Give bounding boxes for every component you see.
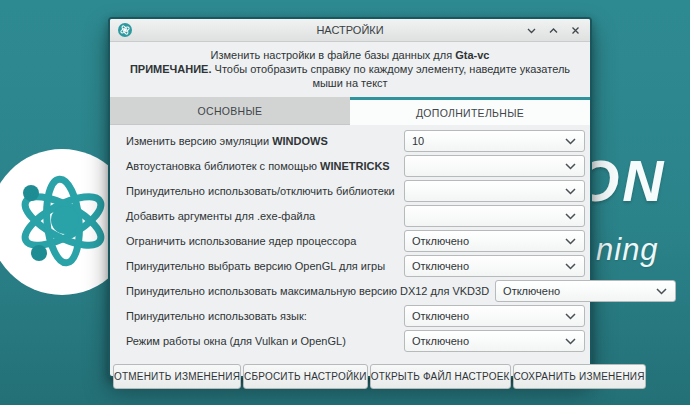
setting-dropdown[interactable]: 10 [404, 130, 585, 152]
setting-dropdown[interactable]: Отключено [404, 305, 585, 327]
setting-label: Ограничить использование ядер процессора [126, 235, 362, 247]
setting-label: Принудительно использовать/отключить биб… [126, 185, 401, 197]
maximize-button[interactable] [547, 24, 560, 37]
setting-dropdown[interactable] [404, 155, 585, 177]
tab-additional[interactable]: ДОПОЛНИТЕЛЬНЫЕ [350, 97, 590, 125]
setting-dropdown[interactable]: Отключено [404, 230, 585, 252]
setting-label: Автоустановка библиотек с помощью WINETR… [126, 160, 396, 172]
setting-dropdown[interactable] [404, 205, 585, 227]
chevron-down-icon [564, 237, 577, 246]
settings-row: Режим работы окна (для Vulkan и OpenGL) … [126, 330, 585, 352]
chevron-down-icon [564, 337, 577, 346]
close-button[interactable] [569, 24, 582, 37]
minimize-button[interactable] [525, 24, 538, 37]
discard-changes-button[interactable]: ОТМЕНИТЬ ИЗМЕНЕНИЯ [113, 364, 241, 389]
settings-row: Автоустановка библиотек с помощью WINETR… [126, 155, 585, 177]
chevron-down-icon [564, 212, 577, 221]
dropdown-value: Отключено [412, 335, 469, 347]
dropdown-value: Отключено [412, 235, 469, 247]
dropdown-value: Отключено [412, 310, 469, 322]
setting-label: Добавить аргументы для .exe-файла [126, 210, 321, 222]
chevron-down-icon [564, 162, 577, 171]
description-line: Изменить настройки в файле базы данных д… [120, 48, 580, 62]
tab-bar: ОСНОВНЫЕ ДОПОЛНИТЕЛЬНЫЕ [110, 97, 590, 125]
setting-dropdown[interactable] [404, 180, 585, 202]
chevron-down-icon [564, 137, 577, 146]
titlebar[interactable]: НАСТРОЙКИ [110, 19, 590, 42]
settings-form: Изменить версию эмуляции WINDOWS 10 Авто… [110, 125, 590, 355]
reset-settings-button[interactable]: СБРОСИТЬ НАСТРОЙКИ [243, 364, 368, 389]
setting-label: Принудительно использовать максимальную … [126, 285, 495, 297]
chevron-down-icon [564, 312, 577, 321]
window-title: НАСТРОЙКИ [110, 24, 590, 36]
chevron-down-icon [564, 262, 577, 271]
dropdown-value: Отключено [503, 285, 560, 297]
footer-buttons: ОТМЕНИТЬ ИЗМЕНЕНИЯ СБРОСИТЬ НАСТРОЙКИ ОТ… [110, 355, 590, 389]
settings-row: Добавить аргументы для .exe-файла [126, 205, 585, 227]
setting-dropdown[interactable]: Отключено [404, 255, 585, 277]
settings-row: Принудительно использовать/отключить биб… [126, 180, 585, 202]
dropdown-value: 10 [412, 135, 424, 147]
settings-row: Принудительно выбрать версию OpenGL для … [126, 255, 585, 277]
app-atom-icon [118, 23, 132, 37]
tab-basic[interactable]: ОСНОВНЫЕ [110, 97, 350, 125]
setting-label: Принудительно выбрать версию OpenGL для … [126, 260, 391, 272]
settings-row: Принудительно использовать максимальную … [126, 280, 585, 302]
setting-label: Изменить версию эмуляции WINDOWS [126, 135, 334, 147]
settings-window: НАСТРОЙКИ Изменить настройки в файле баз… [108, 17, 592, 378]
save-changes-button[interactable]: СОХРАНИТЬ ИЗМЕНЕНИЯ [513, 364, 646, 389]
note-line: ПРИМЕЧАНИЕ. Чтобы отобразить справку по … [120, 62, 580, 90]
chevron-down-icon [564, 187, 577, 196]
setting-label: Режим работы окна (для Vulkan и OpenGL) [126, 335, 352, 347]
setting-label: Принудительно использовать язык: [126, 310, 313, 322]
settings-row: Ограничить использование ядер процессора… [126, 230, 585, 252]
setting-dropdown[interactable]: Отключено [495, 280, 676, 302]
settings-row: Изменить версию эмуляции WINDOWS 10 [126, 130, 585, 152]
background-wordmark-bottom: ning [596, 232, 659, 268]
dialog-description: Изменить настройки в файле базы данных д… [110, 42, 590, 97]
chevron-down-icon [655, 287, 668, 296]
setting-dropdown[interactable]: Отключено [404, 330, 585, 352]
open-settings-file-button[interactable]: ОТКРЫТЬ ФАЙЛ НАСТРОЕК [370, 364, 511, 389]
dropdown-value: Отключено [412, 260, 469, 272]
settings-row: Принудительно использовать язык: Отключе… [126, 305, 585, 327]
